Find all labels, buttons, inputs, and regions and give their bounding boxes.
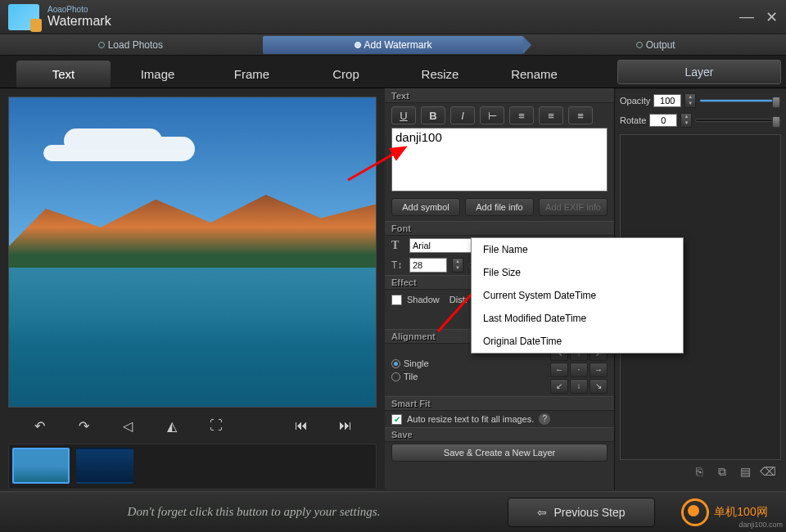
add-exif-info-button[interactable]: Add EXIF info	[539, 198, 608, 216]
preview-toolbar: ↶ ↷ ◁ ◭ ⛶ ⏮ ⏭	[8, 408, 377, 444]
align-w[interactable]: ←	[550, 363, 568, 377]
close-icon[interactable]: ✕	[766, 8, 778, 26]
menu-modified-datetime[interactable]: Last Modified DateTime	[472, 307, 683, 330]
tab-text[interactable]: Text	[16, 61, 111, 88]
prev-image-icon[interactable]: ⏮	[291, 416, 311, 435]
align-right-button[interactable]: ≡	[568, 106, 593, 124]
watermark-text-input[interactable]	[391, 128, 608, 192]
tab-resize[interactable]: Resize	[393, 61, 487, 88]
tab-rename[interactable]: Rename	[487, 61, 581, 88]
layer-folder-icon[interactable]: ▤	[737, 465, 753, 480]
section-text: Text	[385, 88, 614, 103]
rotate-value[interactable]: 0	[649, 114, 677, 127]
underline-button[interactable]: U	[391, 106, 416, 124]
app-title-block: AoaoPhoto Watermark	[47, 5, 111, 29]
single-radio[interactable]	[391, 359, 400, 368]
rotate-label: Rotate	[620, 115, 646, 125]
font-icon: T	[391, 239, 404, 252]
flip-h-icon[interactable]: ◁	[118, 416, 138, 435]
preview-column: ↶ ↷ ◁ ◭ ⛶ ⏮ ⏭	[0, 88, 385, 489]
brand-logo-icon	[681, 498, 709, 526]
opacity-slider[interactable]	[699, 99, 781, 102]
section-save: Save	[385, 427, 614, 442]
step-bar: Load Photos Add Watermark Output	[0, 34, 786, 56]
rotate-stepper[interactable]: ▲▼	[680, 113, 692, 128]
opacity-label: Opacity	[620, 96, 650, 106]
add-symbol-button[interactable]: Add symbol	[391, 198, 460, 216]
opacity-value[interactable]: 100	[653, 94, 681, 107]
hint-text: Don't forget click this button to apply …	[0, 505, 508, 519]
rotate-left-icon[interactable]: ↶	[29, 416, 49, 435]
save-layer-button[interactable]: Save & Create a New Layer	[391, 444, 608, 462]
help-icon[interactable]: ?	[539, 413, 550, 425]
minimize-icon[interactable]: —	[739, 8, 754, 26]
bottom-bar: Don't forget click this button to apply …	[0, 491, 786, 532]
align-se[interactable]: ↘	[590, 379, 608, 394]
tab-image[interactable]: Image	[111, 61, 205, 88]
align-center-button[interactable]: ≡	[539, 106, 563, 124]
italic-button[interactable]: I	[450, 106, 475, 124]
previous-step-button[interactable]: ⇦ Previous Step	[508, 498, 655, 527]
tabs-row: Text Image Frame Crop Resize Rename Laye…	[0, 56, 786, 88]
svg-line-0	[348, 147, 405, 180]
single-label: Single	[404, 358, 429, 368]
font-size-icon: T↕	[391, 259, 404, 271]
shadow-checkbox[interactable]	[391, 295, 402, 305]
arrow-left-icon: ⇦	[537, 506, 547, 519]
menu-original-datetime[interactable]: Original DateTime	[472, 330, 683, 353]
align-e[interactable]: →	[590, 363, 608, 377]
section-smartfit: Smart Fit	[385, 396, 614, 411]
preview-image	[8, 97, 377, 408]
app-name-large: Watermark	[47, 14, 111, 29]
flip-v-icon[interactable]: ◭	[162, 416, 182, 435]
layer-new-icon[interactable]: ⎘	[691, 465, 707, 480]
strike-button[interactable]: ⊢	[480, 106, 504, 124]
next-image-icon[interactable]: ⏭	[336, 416, 355, 435]
rotate-right-icon[interactable]: ↷	[74, 416, 93, 435]
thumbnail-strip	[8, 444, 377, 489]
menu-file-name[interactable]: File Name	[472, 238, 683, 261]
file-info-menu: File Name File Size Current System DateT…	[471, 237, 684, 354]
align-left-button[interactable]: ≡	[509, 106, 534, 124]
bold-button[interactable]: B	[421, 106, 445, 124]
thumbnail-2[interactable]	[76, 448, 133, 484]
app-icon	[8, 4, 39, 30]
tab-crop[interactable]: Crop	[299, 61, 393, 88]
layer-dup-icon[interactable]: ⧉	[714, 465, 730, 480]
tile-label: Tile	[404, 372, 418, 381]
aux-brand: 单机100网 danji100.com	[663, 498, 786, 527]
step-load-photos[interactable]: Load Photos	[0, 39, 261, 51]
autofit-label: Auto resize text to fit all images.	[407, 414, 534, 424]
annotation-arrow-1	[344, 143, 418, 187]
section-font: Font	[385, 221, 614, 236]
fullscreen-icon[interactable]: ⛶	[206, 416, 226, 435]
align-s[interactable]: ↓	[570, 379, 588, 394]
tab-frame[interactable]: Frame	[205, 61, 299, 88]
align-sw[interactable]: ↙	[550, 379, 568, 394]
thumbnail-1[interactable]	[12, 448, 70, 484]
menu-file-size[interactable]: File Size	[472, 261, 683, 284]
align-c[interactable]: ·	[570, 363, 588, 377]
step-output[interactable]: Output	[525, 39, 786, 51]
layer-delete-icon[interactable]: ⌫	[760, 465, 776, 480]
add-file-info-button[interactable]: Add file info	[465, 198, 534, 216]
layer-panel-title: Layer	[617, 60, 781, 84]
app-name-small: AoaoPhoto	[47, 5, 111, 14]
opacity-stepper[interactable]: ▲▼	[684, 93, 696, 108]
rotate-slider[interactable]	[695, 119, 781, 122]
menu-current-datetime[interactable]: Current System DateTime	[472, 284, 683, 307]
step-add-watermark[interactable]: Add Watermark	[263, 36, 524, 54]
titlebar: AoaoPhoto Watermark — ✕	[0, 0, 786, 34]
autofit-checkbox[interactable]: ✔	[391, 414, 402, 425]
tile-radio[interactable]	[391, 372, 400, 381]
